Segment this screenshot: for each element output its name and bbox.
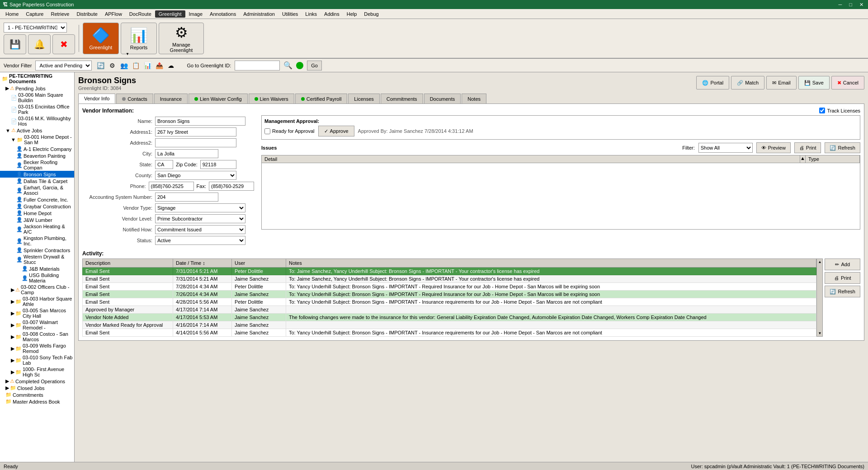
filter-icon-6[interactable]: ☁ bbox=[166, 61, 176, 70]
sidebar-item-dallas[interactable]: 👤 Dallas Tile & Carpet bbox=[0, 178, 74, 184]
tab-lien-waivers[interactable]: Lien Waivers bbox=[249, 94, 294, 103]
menu-item-addins[interactable]: Addins bbox=[321, 10, 343, 18]
menu-item-image[interactable]: Image bbox=[185, 10, 207, 18]
minimize-button[interactable]: ─ bbox=[837, 2, 844, 8]
sidebar-item-03010[interactable]: ▶ 📁 03-010 Sony Tech Fab Lab bbox=[0, 354, 74, 366]
col-datetime[interactable]: Date / Time ↕ bbox=[173, 259, 232, 268]
sidebar-item-03009[interactable]: ▶ 📁 03-009 Wells Fargo Remod bbox=[0, 343, 74, 354]
sidebar-item-earhart[interactable]: 👤 Earhart, Garcia, & Associ bbox=[0, 184, 74, 196]
filter-icon-1[interactable]: ⚙ bbox=[107, 61, 117, 70]
manage-greenlight-toolbar-button[interactable]: ⚙ Manage Greenlight bbox=[159, 23, 204, 54]
name-input[interactable] bbox=[155, 117, 245, 126]
sidebar-item-becker[interactable]: 👤 Becker Roofing Compan bbox=[0, 159, 74, 171]
sidebar-item-03001[interactable]: ▼ 📁 03-001 Home Depot - San M bbox=[0, 134, 74, 146]
sidebar-closed-jobs[interactable]: ▶ 📁 Closed Jobs bbox=[0, 385, 74, 391]
preview-button[interactable]: 👁 Preview bbox=[756, 142, 791, 153]
tab-lien-waiver-config[interactable]: Lien Waiver Config bbox=[189, 94, 248, 103]
phone-input[interactable] bbox=[149, 182, 194, 191]
refresh-activity-button[interactable]: 🔄 Refresh bbox=[825, 286, 860, 297]
status-select[interactable]: Active bbox=[155, 236, 245, 245]
portal-button[interactable]: 🌐 Portal bbox=[696, 76, 729, 89]
vendor-type-select[interactable]: Signage bbox=[155, 203, 245, 212]
sidebar-item-03016[interactable]: 📄 03-016 M.K. Willoughby Hos bbox=[0, 115, 74, 127]
save-vendor-button[interactable]: 💾 Save bbox=[798, 76, 830, 89]
tab-commitments[interactable]: Commitments bbox=[381, 94, 423, 103]
sidebar-pending-jobs[interactable]: ▶ ⚠ Pending Jobs bbox=[0, 85, 74, 92]
menu-item-debug[interactable]: Debug bbox=[360, 10, 382, 18]
print-activity-button[interactable]: 🖨 Print bbox=[825, 272, 860, 284]
sidebar-completed-ops[interactable]: ▶ ⚠ Completed Operations bbox=[0, 378, 74, 385]
cancel-vendor-button[interactable]: ✖ Cancel bbox=[831, 76, 864, 89]
sidebar-item-03002[interactable]: ▶ ⚠ 03-002 Officers Club - Camp bbox=[0, 284, 74, 296]
reports-toolbar-button[interactable]: 📊 Reports bbox=[121, 23, 157, 54]
filter-icon-4[interactable]: 📊 bbox=[142, 61, 152, 70]
sidebar-item-1000[interactable]: ▶ 📁 1000- First Avenue High Sc bbox=[0, 366, 74, 378]
sidebar-item-jw[interactable]: 👤 J&W Lumber bbox=[0, 216, 74, 223]
tab-contacts[interactable]: Contacts bbox=[116, 94, 153, 103]
menu-item-help[interactable]: Help bbox=[343, 10, 361, 18]
add-activity-button[interactable]: ✏ Add bbox=[825, 258, 860, 270]
fax-input[interactable] bbox=[209, 182, 254, 191]
goto-button[interactable]: Go bbox=[307, 61, 322, 70]
menu-item-retrieve[interactable]: Retrieve bbox=[47, 10, 73, 18]
sidebar-item-homedepot[interactable]: 👤 Home Depot bbox=[0, 210, 74, 216]
match-button[interactable]: 🔗 Match bbox=[731, 76, 764, 89]
refresh-icon[interactable]: 🔄 bbox=[95, 61, 105, 70]
sidebar-item-usg[interactable]: 👤 USG Building Materia bbox=[0, 272, 74, 284]
sidebar-item-western[interactable]: 👤 Western Drywall & Stucc bbox=[0, 254, 74, 265]
tab-insurance[interactable]: Insurance bbox=[154, 94, 188, 103]
sidebar-item-graybar[interactable]: 👤 Graybar Construction bbox=[0, 203, 74, 210]
activity-scrollbar[interactable]: ▲ ▼ bbox=[816, 258, 823, 337]
sidebar-master-address[interactable]: 📁 Master Address Book bbox=[0, 398, 74, 405]
menu-item-docroute[interactable]: DocRoute bbox=[126, 10, 155, 18]
email-button[interactable]: ✉ Email bbox=[766, 76, 797, 89]
ready-for-approval-label[interactable]: Ready for Approval bbox=[264, 128, 315, 134]
goto-search-icon[interactable]: 🔍 bbox=[283, 61, 292, 70]
city-input[interactable] bbox=[155, 149, 218, 158]
filter-icon-3[interactable]: 📋 bbox=[131, 61, 141, 70]
menu-item-greenlight[interactable]: Greenlight bbox=[155, 10, 185, 18]
sidebar-item-03015[interactable]: 📄 03-015 Encinitas Office Park bbox=[0, 103, 74, 115]
col-description[interactable]: Description bbox=[83, 259, 173, 268]
sidebar-item-beaverton[interactable]: 👤 Beaverton Painting bbox=[0, 152, 74, 159]
filter-icon-2[interactable]: 👥 bbox=[119, 61, 129, 70]
track-licenses-checkbox[interactable] bbox=[819, 108, 825, 113]
sidebar-item-jb[interactable]: 👤 J&B Materials bbox=[0, 265, 74, 272]
menu-item-home[interactable]: Home bbox=[2, 10, 22, 18]
greenlight-toolbar-button[interactable]: 🔷 Greenlight bbox=[83, 23, 119, 54]
print-issues-button[interactable]: 🖨 Print bbox=[794, 142, 821, 153]
sidebar-item-bronson[interactable]: 👤 Bronson Signs bbox=[0, 171, 74, 178]
sidebar-item-fuller[interactable]: 👤 Fuller Concrete, Inc. bbox=[0, 196, 74, 203]
approve-button[interactable]: ✓ Approve bbox=[318, 126, 354, 136]
sidebar-item-kingston[interactable]: 👤 Kingston Plumbing, Inc. bbox=[0, 235, 74, 247]
track-licenses-label[interactable]: Track Licenses bbox=[819, 108, 860, 113]
tab-certified-payroll[interactable]: Certified Payroll bbox=[295, 94, 348, 103]
bell-toolbar-button[interactable]: 🔔 bbox=[28, 34, 51, 54]
address1-input[interactable] bbox=[155, 127, 236, 136]
sidebar-item-03003[interactable]: ▶ 📁 03-003 Harbor Square Athle bbox=[0, 296, 74, 307]
close-button[interactable]: ✕ bbox=[858, 2, 865, 8]
issues-sort-icon[interactable]: ▲ bbox=[800, 155, 806, 163]
menu-item-capture[interactable]: Capture bbox=[22, 10, 47, 18]
goto-input[interactable] bbox=[235, 61, 280, 70]
filter-icon-5[interactable]: 📤 bbox=[154, 61, 164, 70]
menu-item-annotations[interactable]: Annotations bbox=[206, 10, 240, 18]
menu-item-distribute[interactable]: Distribute bbox=[73, 10, 101, 18]
col-notes[interactable]: Notes bbox=[286, 259, 816, 268]
document-dropdown[interactable]: 1 - PE-TECHWRITING Documer bbox=[4, 23, 67, 33]
address2-input[interactable] bbox=[155, 138, 236, 147]
notified-select[interactable]: Commitment Issued bbox=[155, 225, 245, 234]
menu-item-apflow[interactable]: APFlow bbox=[101, 10, 126, 18]
state-input[interactable] bbox=[155, 160, 173, 169]
sidebar-item-03007[interactable]: ▶ 📁 03-007 Walmart Remodel - bbox=[0, 319, 74, 331]
tab-licenses[interactable]: Licenses bbox=[348, 94, 379, 103]
col-user[interactable]: User bbox=[232, 259, 286, 268]
sidebar-item-03006[interactable]: 📄 03-006 Main Square Buildin bbox=[0, 92, 74, 103]
vendor-level-select[interactable]: Prime Subcontractor bbox=[155, 214, 245, 223]
zip-input[interactable] bbox=[200, 160, 236, 169]
vendor-filter-select[interactable]: Active and Pending bbox=[35, 61, 92, 70]
sidebar-item-a1[interactable]: 👤 A-1 Electric Company bbox=[0, 146, 74, 152]
ready-for-approval-checkbox[interactable] bbox=[264, 128, 270, 134]
sidebar-root[interactable]: 📁 PE-TECHWRITING Documents bbox=[0, 72, 74, 85]
menu-item-utilities[interactable]: Utilities bbox=[278, 10, 302, 18]
